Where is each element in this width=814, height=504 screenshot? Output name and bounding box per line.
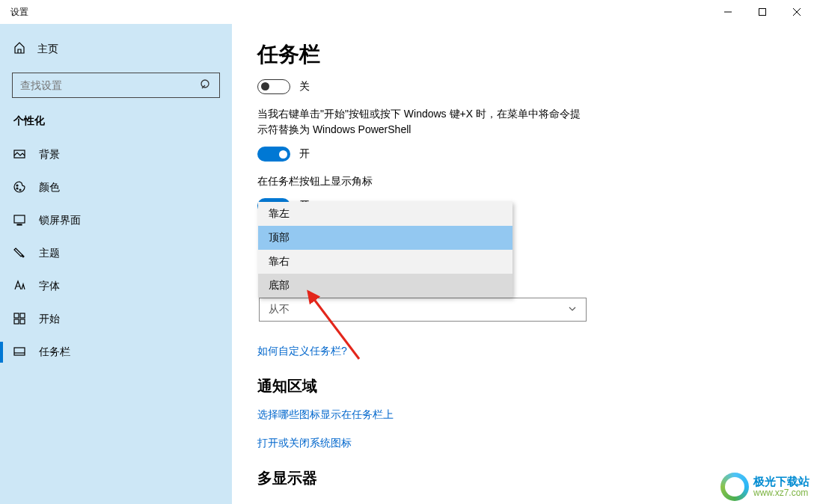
sidebar-item-label: 颜色 [39, 181, 60, 194]
svg-rect-11 [14, 215, 25, 223]
window-controls [711, 0, 814, 24]
home-icon [13, 42, 25, 56]
dropdown-option-top[interactable]: 顶部 [258, 226, 512, 250]
watermark-name: 极光下载站 [753, 476, 810, 488]
chevron-down-icon [568, 304, 577, 316]
maximize-button[interactable] [745, 0, 780, 24]
sidebar-item-color[interactable]: 颜色 [0, 171, 232, 204]
section-notification: 通知区域 [257, 376, 789, 396]
title-bar: 设置 [0, 0, 814, 24]
search-input[interactable] [12, 73, 220, 98]
minimize-button[interactable] [711, 0, 745, 24]
toggle-lock-taskbar[interactable] [257, 79, 290, 94]
badge-desc: 在任务栏按钮上显示角标 [257, 173, 587, 189]
svg-rect-17 [14, 348, 25, 355]
sidebar-item-font[interactable]: 字体 [0, 270, 232, 303]
svg-rect-1 [759, 9, 766, 16]
font-icon [13, 280, 25, 294]
svg-rect-12 [17, 224, 22, 225]
sidebar-item-label: 背景 [39, 148, 60, 162]
sidebar-item-label: 锁屏界面 [39, 214, 81, 227]
combine-buttons-select[interactable]: 从不 [259, 298, 587, 322]
start-icon [13, 313, 25, 327]
toggle-label: 关 [299, 80, 310, 93]
sidebar-item-start[interactable]: 开始 [0, 303, 232, 336]
home-label: 主页 [37, 43, 58, 56]
taskbar-icon [13, 345, 25, 360]
sidebar: 主页 个性化 背景 颜色 锁屏界面 主题 字体 开始 [0, 24, 232, 504]
home-link[interactable]: 主页 [0, 36, 232, 62]
page-title: 任务栏 [257, 40, 789, 69]
svg-rect-13 [14, 313, 19, 318]
link-customize-taskbar[interactable]: 如何自定义任务栏? [257, 345, 789, 358]
theme-icon [13, 247, 25, 261]
sidebar-item-lockscreen[interactable]: 锁屏界面 [0, 204, 232, 237]
dropdown-option-bottom[interactable]: 底部 [258, 274, 512, 298]
dropdown-option-right[interactable]: 靠右 [258, 250, 512, 274]
sidebar-item-label: 主题 [39, 247, 60, 260]
svg-point-10 [19, 189, 21, 191]
link-system-icons[interactable]: 打开或关闭系统图标 [257, 437, 789, 450]
powershell-desc: 当我右键单击"开始"按钮或按下 Windows 键+X 时，在菜单中将命令提示符… [257, 106, 587, 138]
search-field[interactable] [20, 79, 200, 91]
dropdown-option-left[interactable]: 靠左 [258, 202, 512, 226]
toggle-powershell[interactable] [257, 147, 290, 162]
sidebar-item-label: 任务栏 [39, 345, 70, 359]
select-value: 从不 [269, 303, 290, 316]
sidebar-item-label: 开始 [39, 313, 60, 326]
image-icon [13, 148, 25, 162]
sidebar-item-background[interactable]: 背景 [0, 138, 232, 171]
search-icon [200, 79, 212, 93]
svg-rect-16 [20, 319, 25, 324]
sidebar-item-label: 字体 [39, 280, 60, 293]
svg-point-8 [16, 185, 18, 186]
close-button[interactable] [780, 0, 814, 24]
category-label: 个性化 [0, 111, 232, 138]
toggle-label: 开 [299, 147, 310, 161]
lockscreen-icon [13, 214, 25, 228]
svg-rect-14 [20, 313, 25, 318]
window-title: 设置 [10, 6, 28, 19]
sidebar-item-taskbar[interactable]: 任务栏 [0, 336, 232, 369]
svg-point-9 [16, 188, 18, 189]
palette-icon [13, 181, 25, 195]
section-multidisplay: 多显示器 [257, 468, 789, 488]
link-select-icons[interactable]: 选择哪些图标显示在任务栏上 [257, 408, 789, 422]
taskbar-position-dropdown: 靠左 顶部 靠右 底部 [258, 202, 512, 298]
watermark-logo [720, 473, 749, 501]
watermark: 极光下载站 www.xz7.com [720, 473, 810, 501]
sidebar-item-theme[interactable]: 主题 [0, 237, 232, 270]
svg-rect-15 [14, 319, 19, 324]
watermark-url: www.xz7.com [753, 488, 810, 498]
